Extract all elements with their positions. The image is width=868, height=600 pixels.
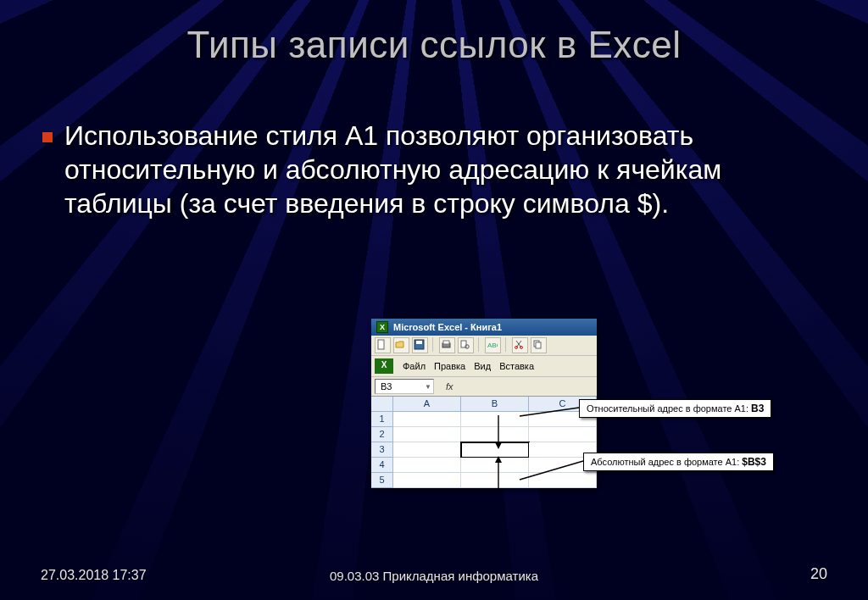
callout-relative: Относительный адрес в формате А1: B3 — [579, 399, 771, 418]
excel-window: Microsoft Excel - Книга1 ABC — [371, 319, 597, 488]
cell[interactable] — [461, 458, 529, 473]
excel-window-title: Microsoft Excel - Книга1 — [393, 322, 502, 332]
menu-edit[interactable]: Правка — [431, 360, 468, 372]
excel-app-icon — [376, 321, 388, 333]
cell[interactable] — [461, 412, 529, 427]
svg-rect-2 — [416, 341, 422, 344]
footer-center: 09.03.03 Прикладная информатика — [330, 569, 538, 583]
svg-rect-4 — [443, 341, 449, 344]
footer-date: 27.03.2018 17:37 — [41, 568, 147, 583]
row-header[interactable]: 4 — [371, 458, 393, 473]
print-preview-icon[interactable] — [458, 337, 474, 353]
new-file-icon[interactable] — [375, 337, 391, 353]
cell[interactable] — [393, 473, 461, 488]
excel-titlebar: Microsoft Excel - Книга1 — [371, 319, 597, 336]
toolbar-separator — [432, 337, 435, 352]
cell[interactable] — [393, 442, 461, 458]
cell[interactable] — [529, 427, 597, 442]
excel-toolbar: ABC — [371, 336, 597, 356]
row-header[interactable]: 5 — [371, 473, 393, 488]
slide-title: Типы записи ссылок в Excel — [0, 24, 868, 66]
cell[interactable] — [461, 427, 529, 442]
cell[interactable] — [529, 473, 597, 488]
cut-icon[interactable] — [512, 337, 528, 353]
col-header[interactable]: A — [393, 397, 461, 412]
menu-view[interactable]: Вид — [471, 360, 493, 372]
callout-absolute: Абсолютный адрес в формате А1: $B$3 — [583, 453, 774, 471]
formula-bar: B3 ▼ fx — [371, 377, 597, 397]
excel-menubar: Файл Правка Вид Вставка — [371, 356, 597, 377]
col-header[interactable]: B — [461, 397, 529, 412]
toolbar-separator — [478, 337, 481, 352]
cell[interactable] — [393, 427, 461, 442]
bullet-item: Использование стиля А1 позволяют организ… — [41, 119, 817, 220]
fx-label[interactable]: fx — [446, 381, 453, 392]
save-icon[interactable] — [412, 337, 428, 353]
selected-cell[interactable] — [461, 442, 529, 458]
slide: Типы записи ссылок в Excel Использование… — [0, 0, 868, 600]
row-header[interactable]: 2 — [371, 427, 393, 442]
cell[interactable] — [461, 473, 529, 488]
copy-icon[interactable] — [531, 337, 547, 353]
toolbar-separator — [505, 337, 508, 352]
bullet-list: Использование стиля А1 позволяют организ… — [41, 119, 817, 220]
select-all-corner[interactable] — [371, 397, 393, 412]
file-icon — [375, 358, 393, 374]
slide-footer: 27.03.2018 17:37 09.03.03 Прикладная инф… — [0, 565, 868, 583]
name-box[interactable]: B3 ▼ — [375, 379, 434, 394]
slide-number: 20 — [810, 565, 827, 583]
svg-rect-11 — [536, 342, 541, 348]
row-header[interactable]: 1 — [371, 412, 393, 427]
print-icon[interactable] — [439, 337, 455, 353]
chevron-down-icon: ▼ — [425, 383, 431, 391]
name-box-value: B3 — [381, 381, 392, 392]
menu-file[interactable]: Файл — [400, 360, 428, 372]
cell[interactable] — [393, 412, 461, 427]
svg-text:ABC: ABC — [487, 342, 498, 349]
open-icon[interactable] — [393, 337, 409, 353]
callout-relative-value: B3 — [751, 403, 764, 414]
excel-grid: A B C 1 2 3 4 — [371, 397, 597, 488]
callout-relative-label: Относительный адрес в формате А1: — [587, 403, 748, 414]
excel-figure: Microsoft Excel - Книга1 ABC — [371, 319, 787, 514]
row-header[interactable]: 3 — [371, 442, 393, 458]
callout-absolute-label: Абсолютный адрес в формате А1: — [591, 457, 739, 467]
callout-absolute-value: $B$3 — [742, 456, 766, 468]
menu-insert[interactable]: Вставка — [497, 360, 537, 372]
spelling-icon[interactable]: ABC — [485, 337, 501, 353]
cell[interactable] — [393, 458, 461, 473]
